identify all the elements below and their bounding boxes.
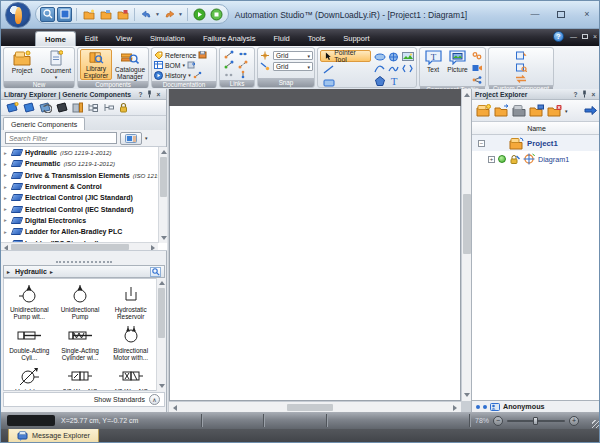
organize-library-button[interactable] (72, 102, 83, 113)
undo-button[interactable] (139, 7, 154, 22)
tooltip-picture-button[interactable]: Picture (446, 49, 469, 80)
component-unidirectional-pump-with[interactable]: Unidirectional Pump wit... (4, 279, 55, 320)
tree-item-drive-transmission[interactable]: ▸ Drive & Transmission Elements(ISO 1219… (1, 170, 167, 181)
tab-simulation[interactable]: Simulation (141, 31, 194, 46)
zoom-in-button[interactable]: + (569, 416, 579, 426)
new-project-ribbon-button[interactable]: Project (6, 49, 38, 80)
draw-arc-tool[interactable] (373, 63, 386, 74)
bom-button[interactable]: BOM ▾ (154, 60, 196, 70)
maximize-button[interactable] (553, 7, 569, 21)
panel-pin-icon[interactable] (145, 90, 154, 99)
save-project-button[interactable] (115, 7, 130, 22)
expand-tree-button[interactable] (87, 102, 99, 113)
snap-object-icon[interactable] (260, 62, 270, 71)
new-custom-component-button[interactable] (515, 50, 527, 60)
new-project-button[interactable] (81, 7, 96, 22)
grid-select-2[interactable]: Grid▾ (273, 62, 313, 71)
zoom-slider[interactable] (507, 420, 565, 422)
pan-tool-button[interactable] (57, 7, 72, 22)
zoom-slider-thumb[interactable] (533, 417, 538, 425)
link-branch-button[interactable] (237, 69, 249, 79)
panel-pin-icon[interactable] (580, 90, 589, 99)
new-project-item-button[interactable] (476, 104, 491, 117)
catalogue-manager-button[interactable]: Catalogue Manager (114, 49, 146, 80)
draw-polyline-tool[interactable] (401, 63, 414, 74)
tree-item-ladder-ab-plc[interactable]: ▸ Ladder for Allen-Bradley PLC (1, 226, 167, 237)
tooltip-text-button[interactable]: T Text (422, 49, 444, 80)
component-bidirectional-motor[interactable]: Bidirectional Motor with... (105, 320, 156, 361)
draw-pentagon-tool[interactable] (373, 75, 386, 86)
component-unidirectional-pump[interactable]: Unidirectional Pump (55, 279, 106, 320)
component-double-acting-cylinder[interactable]: Double-Acting Cyli... (4, 320, 55, 361)
project-tree-row-diagram1[interactable]: + Diagram1 (472, 151, 600, 167)
component-single-acting-cylinder[interactable]: Single-Acting Cylinder wi... (55, 320, 106, 361)
save-project-item-button[interactable] (529, 104, 544, 117)
component-hydrostatic-reservoir[interactable]: Hydrostatic Reservoir (105, 279, 156, 320)
category-search-button[interactable] (150, 267, 161, 277)
tree-item-electrical-jic[interactable]: ▸ Electrical Control (JIC Standard) (1, 192, 167, 203)
show-standards-toggle[interactable]: ∧ (149, 394, 160, 405)
document-dropdown-arrow[interactable]: ▾ (55, 74, 58, 80)
panel-help-icon[interactable]: ? (571, 90, 580, 99)
draw-rectangle-tool[interactable] (322, 77, 335, 88)
snap-grid-icon[interactable] (260, 51, 270, 60)
tooltip-link-button[interactable] (471, 51, 483, 61)
new-library-button[interactable] (6, 102, 19, 113)
delete-project-item-button[interactable] (547, 104, 562, 117)
close-library-button[interactable] (56, 102, 68, 113)
message-explorer-tab[interactable]: Message Explorer (8, 429, 99, 443)
tree-horizontal-scrollbar[interactable] (1, 242, 158, 250)
panel-help-icon[interactable]: ? (136, 90, 145, 99)
component-grid-scrollbar[interactable] (156, 278, 165, 391)
link-break-button[interactable] (237, 59, 249, 69)
close-project-item-button[interactable] (512, 104, 526, 117)
component-variable-pump[interactable]: Variable... (4, 361, 55, 391)
panel-close-icon[interactable]: × (589, 90, 598, 99)
update-custom-component-button[interactable] (515, 74, 527, 84)
link-node-button[interactable] (223, 69, 235, 79)
search-input[interactable] (5, 132, 117, 144)
new-document-ribbon-button[interactable]: Document ▾ (40, 49, 72, 80)
tab-tools[interactable]: Tools (299, 31, 335, 46)
expand-diagram-expander[interactable]: + (488, 156, 495, 163)
grid-select-1[interactable]: Grid▾ (273, 51, 313, 60)
component-4-2-way-valve[interactable]: 4/2-Way NC (105, 361, 156, 391)
tab-support[interactable]: Support (334, 31, 378, 46)
tree-item-hydraulic[interactable]: ▸ Hydraulic(ISO 1219-1-2012) (1, 147, 167, 158)
component-3-2-way-valve[interactable]: 3/2-Way NC (55, 361, 106, 391)
panel-close-icon[interactable]: × (154, 90, 163, 99)
tree-vertical-scrollbar[interactable] (158, 147, 167, 243)
link-diagonal-button[interactable] (223, 59, 235, 69)
open-library-button[interactable] (23, 102, 35, 113)
doc-restore-button[interactable] (582, 34, 588, 39)
category-dropdown-bar[interactable]: ▸ Hydraulic ▸ (3, 265, 165, 278)
tooltip-video-button[interactable] (471, 63, 483, 73)
canvas-vertical-scrollbar[interactable] (461, 89, 471, 401)
collapse-project-expander[interactable]: − (478, 140, 485, 147)
link-create-button[interactable] (223, 49, 235, 59)
tab-fluid[interactable]: Fluid (264, 31, 298, 46)
minimize-button[interactable]: — (527, 7, 543, 21)
zoom-out-button[interactable]: − (493, 416, 503, 426)
reference-button[interactable]: Reference (154, 50, 207, 60)
zoom-tool-button[interactable] (40, 7, 55, 22)
draw-text-tool[interactable]: T (387, 75, 400, 86)
library-explorer-button[interactable]: Library Explorer (80, 49, 112, 80)
tab-failure-analysis[interactable]: Failure Analysis (194, 31, 265, 46)
project-tree-row-project1[interactable]: − Project1 (472, 135, 600, 151)
name-column-header[interactable]: Name (472, 122, 600, 135)
diagram-page[interactable] (169, 106, 461, 401)
close-button[interactable]: × (579, 7, 595, 21)
doc-minimize-button[interactable]: — (570, 33, 577, 40)
go-forward-button[interactable] (584, 105, 597, 116)
import-library-button[interactable] (39, 102, 52, 113)
history-button[interactable]: History ▾ (154, 70, 202, 80)
collapse-tree-button[interactable] (103, 102, 115, 113)
open-project-button[interactable] (98, 7, 113, 22)
tree-item-electrical-iec[interactable]: ▸ Electrical Control (IEC Standard) (1, 203, 167, 214)
tree-item-digital-electronics[interactable]: ▸ Digital Electronics (1, 215, 167, 226)
doc-close-button[interactable]: × (593, 33, 597, 40)
open-project-item-button[interactable] (494, 104, 509, 117)
tree-item-pneumatic[interactable]: ▸ Pneumatic(ISO 1219-1-2012) (1, 158, 167, 169)
search-more-dropdown[interactable]: ▾ (145, 135, 148, 141)
